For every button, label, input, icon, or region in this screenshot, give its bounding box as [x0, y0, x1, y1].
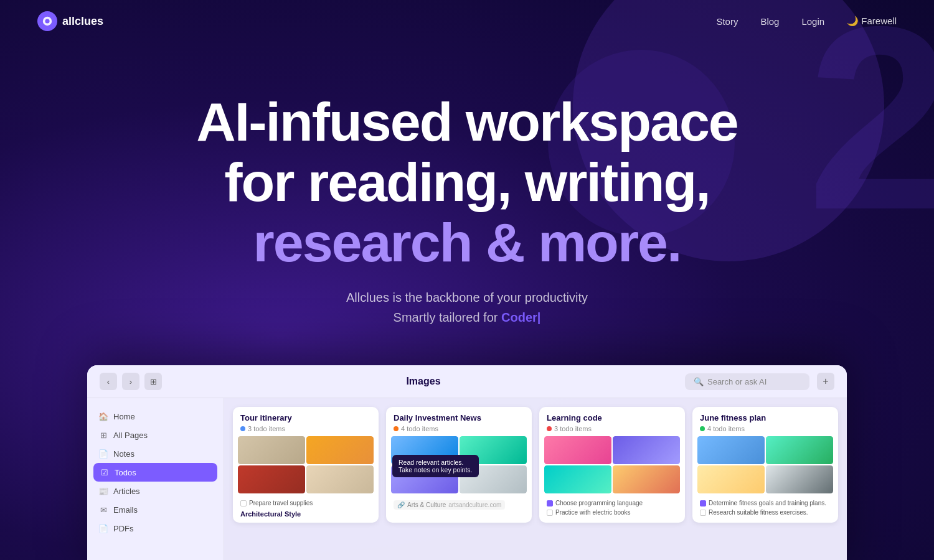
app-body: 🏠 Home ⊞ All Pages 📄 Notes ☑ Todos 📰 [87, 398, 847, 560]
sidebar-item-pdfs[interactable]: 📄 PDFs [87, 519, 224, 538]
card-investment[interactable]: Daily Investment News 4 todo items [386, 407, 532, 523]
emails-icon: ✉ [98, 505, 108, 515]
todo-checkbox [700, 500, 706, 506]
meta-dot [547, 426, 552, 431]
tooltip-popup: Read relevant articles. Take notes on ke… [392, 455, 479, 477]
all-pages-icon: ⊞ [98, 430, 108, 440]
todo-checkbox [547, 500, 553, 506]
sidebar-item-notes[interactable]: 📄 Notes [87, 444, 224, 463]
card-fitness[interactable]: June fitness plan 4 todo items [692, 407, 838, 523]
card-img-4 [306, 465, 374, 493]
arts-culture-link[interactable]: 🔗 Arts & Culture artsandculture.com [394, 500, 505, 510]
logo-icon [37, 11, 57, 31]
card-img-1 [238, 436, 305, 464]
card-fitness-images [692, 436, 838, 498]
todo-checkbox [700, 510, 706, 516]
page-title: Images [406, 376, 440, 387]
sidebar-item-emails[interactable]: ✉ Emails [87, 500, 224, 519]
hero-typed-text: Coder| [501, 310, 540, 324]
code-todo-1: Choose programming language [539, 498, 685, 508]
sidebar-item-home[interactable]: 🏠 Home [87, 407, 224, 426]
card-img-3 [544, 465, 611, 493]
sidebar: 🏠 Home ⊞ All Pages 📄 Notes ☑ Todos 📰 [87, 398, 224, 560]
card-tour-itinerary[interactable]: Tour itinerary 3 todo items [233, 407, 379, 523]
card-tour-subtitle: Architectural Style [233, 508, 379, 523]
search-bar[interactable]: 🔍 Search or ask AI [685, 373, 809, 390]
nav-login[interactable]: Login [801, 16, 824, 27]
card-investment-images: Read relevant articles. Take notes on ke… [386, 436, 532, 498]
titlebar-nav: ‹ › ⊞ [100, 373, 162, 390]
card-fitness-header: June fitness plan 4 todo items [692, 407, 838, 436]
home-icon: 🏠 [98, 411, 108, 421]
sidebar-toggle-button[interactable]: ⊞ [144, 373, 162, 390]
meta-dot [394, 426, 399, 431]
hero-title: AI-infused workspace for reading, writin… [0, 92, 934, 273]
code-todo-2: Practice with electric books [539, 508, 685, 517]
card-img-2 [766, 436, 833, 464]
hero-title-line2: for reading, writing, [224, 151, 709, 213]
card-investment-header: Daily Investment News 4 todo items [386, 407, 532, 436]
todos-icon: ☑ [100, 467, 110, 477]
search-icon: 🔍 [694, 377, 704, 386]
link-icon: 🔗 [397, 502, 405, 508]
card-code-images [539, 436, 685, 498]
card-img-4 [613, 465, 680, 493]
hero-title-line1: AI-infused workspace [196, 91, 738, 152]
hero-content: AI-infused workspace for reading, writin… [0, 42, 934, 327]
navbar: allclues Story Blog Login 🌙 Farewell [0, 0, 934, 42]
nav-farewell[interactable]: 🌙 Farewell [847, 16, 897, 27]
meta-dot [240, 426, 245, 431]
card-tour-images [233, 436, 379, 498]
todo-checkbox [547, 510, 553, 516]
hero-section: 2 allclues Story Blog Login 🌙 Farewell A… [0, 0, 934, 560]
card-img-1 [544, 436, 611, 464]
back-button[interactable]: ‹ [100, 373, 117, 390]
logo-text: allclues [62, 15, 103, 28]
sidebar-item-all-pages[interactable]: ⊞ All Pages [87, 426, 224, 444]
cards-grid: Tour itinerary 3 todo items [233, 407, 838, 523]
card-code-header: Learning code 3 todo items [539, 407, 685, 436]
card-code-meta: 3 todo items [547, 425, 677, 432]
hero-subtitle: Allclues is the backbone of your product… [0, 287, 934, 327]
card-img-4 [766, 465, 833, 493]
articles-icon: 📰 [98, 486, 108, 496]
card-img-2 [613, 436, 680, 464]
meta-dot [700, 426, 705, 431]
card-tour-meta: 3 todo items [240, 425, 371, 432]
card-link-tag: 🔗 Arts & Culture artsandculture.com [386, 498, 532, 515]
sidebar-item-todos[interactable]: ☑ Todos [93, 463, 217, 482]
add-button[interactable]: + [817, 373, 834, 390]
app-main: Tour itinerary 3 todo items [224, 398, 847, 560]
nav-links: Story Blog Login 🌙 Farewell [716, 16, 897, 27]
card-img-1 [697, 436, 765, 464]
card-fitness-meta: 4 todo items [700, 425, 831, 432]
nav-blog[interactable]: Blog [760, 16, 779, 27]
svg-point-1 [45, 19, 49, 23]
card-img-3 [238, 465, 305, 493]
nav-story[interactable]: Story [716, 16, 738, 27]
card-img-3 [697, 465, 765, 493]
card-learning-code[interactable]: Learning code 3 todo items [539, 407, 685, 523]
card-investment-meta: 4 todo items [394, 425, 524, 432]
logo[interactable]: allclues [37, 11, 103, 31]
fitness-todo-2: Research suitable fitness exercises. [692, 508, 838, 517]
card-tour-todo: Prepare travel supplies [233, 498, 379, 508]
card-tour-header: Tour itinerary 3 todo items [233, 407, 379, 436]
forward-button[interactable]: › [122, 373, 139, 390]
titlebar-actions: 🔍 Search or ask AI + [685, 373, 834, 390]
app-titlebar: ‹ › ⊞ Images 🔍 Search or ask AI + [87, 365, 847, 398]
fitness-todo-1: Determine fitness goals and training pla… [692, 498, 838, 508]
sidebar-item-articles[interactable]: 📰 Articles [87, 482, 224, 500]
pdfs-icon: 📄 [98, 523, 108, 533]
app-preview: ‹ › ⊞ Images 🔍 Search or ask AI + 🏠 Home [87, 365, 847, 560]
hero-title-line3: research & more. [253, 212, 681, 273]
card-img-2 [306, 436, 374, 464]
search-placeholder: Search or ask AI [707, 377, 767, 386]
todo-checkbox [240, 500, 247, 506]
notes-icon: 📄 [98, 449, 108, 459]
